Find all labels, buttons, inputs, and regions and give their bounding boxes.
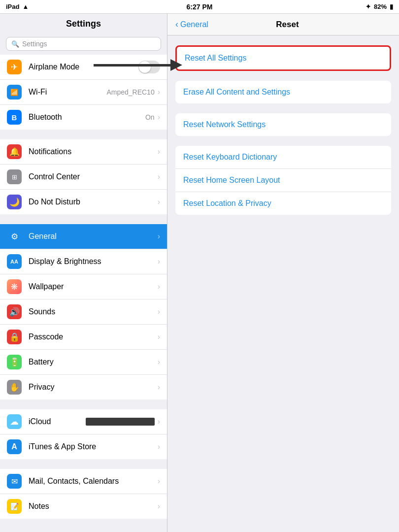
reset-misc-group: Reset Keyboard Dictionary Reset Home Scr…: [175, 146, 391, 215]
itunes-label: iTunes & App Store: [29, 442, 158, 451]
sounds-icon: 🔊: [7, 304, 22, 319]
bluetooth-icon: ✦: [366, 3, 371, 10]
status-left: iPad ▲: [6, 3, 29, 10]
sounds-chevron-icon: ›: [158, 307, 160, 316]
wifi-value: Amped_REC10: [106, 88, 154, 96]
toggle-knob: [139, 61, 151, 73]
wallpaper-chevron-icon: ›: [158, 282, 160, 291]
battery-icon: ▮: [390, 3, 393, 10]
battery-label: Battery: [29, 358, 158, 366]
reset-all-settings-row[interactable]: Reset All Settings: [177, 47, 390, 69]
notifications-icon: 🔔: [7, 144, 22, 159]
sidebar-item-general[interactable]: ⚙ General ›: [0, 224, 167, 249]
battery-icon: 🔋: [7, 355, 22, 369]
display-icon: AA: [7, 254, 22, 269]
sidebar-item-sounds[interactable]: 🔊 Sounds ›: [0, 299, 167, 325]
sidebar-item-control-center[interactable]: ⊞ Control Center ›: [0, 165, 167, 190]
sidebar-item-battery[interactable]: 🔋 Battery ›: [0, 350, 167, 375]
passcode-icon: 🔒: [7, 330, 22, 344]
general-icon: ⚙: [7, 229, 22, 244]
reset-network-settings-group: Reset Network Settings: [175, 113, 391, 136]
search-icon: 🔍: [11, 40, 19, 48]
sidebar-search-header: 🔍 Settings: [0, 32, 167, 55]
wifi-icon: 📶: [7, 85, 22, 100]
reset-content: Reset All Settings Erase All Content and…: [167, 35, 399, 234]
sidebar-item-do-not-disturb[interactable]: 🌙 Do Not Disturb ›: [0, 190, 167, 214]
reset-home-screen-layout-row[interactable]: Reset Home Screen Layout: [175, 169, 391, 192]
itunes-chevron-icon: ›: [158, 442, 160, 451]
mail-label: Mail, Contacts, Calendars: [29, 477, 158, 486]
icloud-icon: ☁: [7, 414, 22, 429]
privacy-chevron-icon: ›: [158, 383, 160, 392]
sidebar-item-bluetooth[interactable]: B Bluetooth On ›: [0, 105, 167, 130]
notifications-chevron-icon: ›: [158, 147, 160, 156]
back-chevron-icon: ‹: [175, 19, 178, 30]
control-center-chevron-icon: ›: [158, 172, 160, 181]
airplane-mode-label: Airplane Mode: [29, 63, 138, 71]
appstore-icon: A: [7, 439, 22, 454]
reset-network-settings-label: Reset Network Settings: [183, 120, 266, 129]
icloud-label: iCloud: [29, 417, 84, 426]
general-label: General: [29, 232, 158, 241]
wifi-label: Wi-Fi: [29, 88, 106, 97]
sidebar-item-wallpaper[interactable]: ❋ Wallpaper ›: [0, 274, 167, 299]
right-header: ‹ General Reset: [167, 14, 399, 35]
reset-network-settings-row[interactable]: Reset Network Settings: [175, 113, 391, 136]
sidebar: Settings 🔍 Settings ✈ Airplane Mode 📶 Wi…: [0, 14, 167, 532]
wallpaper-icon: ❋: [7, 279, 22, 294]
icloud-chevron-icon: ›: [158, 417, 160, 426]
passcode-label: Passcode: [29, 332, 158, 341]
reset-keyboard-dictionary-row[interactable]: Reset Keyboard Dictionary: [175, 146, 391, 169]
bluetooth-icon: B: [7, 110, 22, 125]
notes-label: Notes: [29, 502, 158, 511]
sidebar-item-display-brightness[interactable]: AA Display & Brightness ›: [0, 249, 167, 274]
control-center-label: Control Center: [29, 172, 158, 181]
sidebar-item-itunes-app-store[interactable]: A iTunes & App Store ›: [0, 434, 167, 459]
erase-all-content-row[interactable]: Erase All Content and Settings: [175, 81, 391, 103]
bluetooth-label: Bluetooth: [29, 113, 145, 122]
search-bar[interactable]: 🔍 Settings: [6, 37, 161, 51]
sidebar-item-wifi[interactable]: 📶 Wi-Fi Amped_REC10 ›: [0, 80, 167, 105]
privacy-label: Privacy: [29, 383, 158, 392]
do-not-disturb-label: Do Not Disturb: [29, 198, 158, 206]
notifications-label: Notifications: [29, 147, 158, 156]
erase-all-content-label: Erase All Content and Settings: [183, 88, 290, 96]
sidebar-section-notifications: 🔔 Notifications › ⊞ Control Center › 🌙 D…: [0, 139, 167, 214]
sidebar-item-icloud[interactable]: ☁ iCloud ›: [0, 409, 167, 434]
privacy-icon: ✋: [7, 380, 22, 395]
wifi-chevron-icon: ›: [158, 88, 160, 97]
back-button[interactable]: ‹ General: [175, 19, 208, 30]
reset-all-settings-label: Reset All Settings: [185, 54, 246, 62]
sounds-label: Sounds: [29, 307, 158, 316]
wallpaper-label: Wallpaper: [29, 282, 158, 291]
sidebar-item-notifications[interactable]: 🔔 Notifications ›: [0, 139, 167, 165]
airplane-mode-toggle[interactable]: [138, 61, 160, 73]
sidebar-item-mail[interactable]: ✉ Mail, Contacts, Calendars ›: [0, 469, 167, 494]
bluetooth-chevron-icon: ›: [158, 113, 160, 122]
icloud-redacted: [86, 418, 155, 426]
bluetooth-value: On: [145, 113, 155, 121]
sidebar-item-airplane-mode[interactable]: ✈ Airplane Mode: [0, 55, 167, 80]
sidebar-item-notes[interactable]: 📝 Notes ›: [0, 494, 167, 519]
status-time: 6:27 PM: [187, 3, 213, 11]
airplane-mode-icon: ✈: [7, 60, 22, 74]
notes-chevron-icon: ›: [158, 502, 160, 511]
reset-location-privacy-row[interactable]: Reset Location & Privacy: [175, 192, 391, 215]
control-center-icon: ⊞: [7, 169, 22, 184]
ipad-label: iPad: [6, 3, 19, 10]
sidebar-item-privacy[interactable]: ✋ Privacy ›: [0, 375, 167, 399]
sidebar-section-apps: ✉ Mail, Contacts, Calendars › 📝 Notes ›: [0, 469, 167, 519]
mail-icon: ✉: [7, 474, 22, 489]
do-not-disturb-chevron-icon: ›: [158, 198, 160, 206]
right-panel-title: Reset: [213, 20, 362, 30]
battery-label: 82%: [374, 3, 387, 10]
search-placeholder: Settings: [22, 40, 47, 48]
sidebar-section-connectivity: ✈ Airplane Mode 📶 Wi-Fi Amped_REC10 › B …: [0, 55, 167, 130]
display-chevron-icon: ›: [158, 257, 160, 266]
reset-home-screen-label: Reset Home Screen Layout: [183, 176, 280, 184]
status-bar: iPad ▲ 6:27 PM ✦ 82% ▮: [0, 0, 399, 14]
reset-location-label: Reset Location & Privacy: [183, 199, 271, 207]
passcode-chevron-icon: ›: [158, 332, 160, 341]
back-label: General: [180, 20, 208, 29]
sidebar-item-passcode[interactable]: 🔒 Passcode ›: [0, 325, 167, 350]
